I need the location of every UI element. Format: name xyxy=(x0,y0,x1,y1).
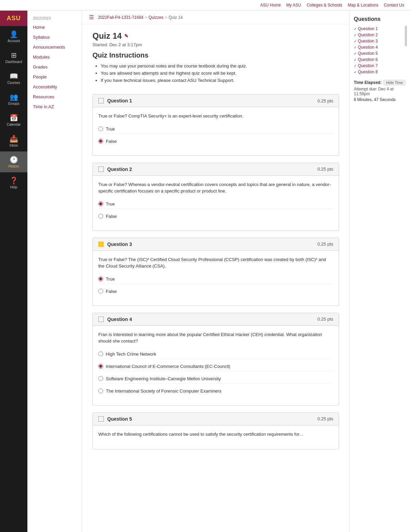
question-4-title: Question 4 xyxy=(107,317,314,322)
hamburger-icon[interactable]: ☰ xyxy=(89,14,94,21)
asu-logo-container: ASU xyxy=(0,11,27,26)
sidebar-item-help[interactable]: ❓ Help xyxy=(0,172,27,193)
sidebar-question-link-1[interactable]: ✓ Question 1 xyxy=(354,26,403,32)
hide-time-button[interactable]: Hide Time xyxy=(384,80,406,85)
question-1-label-true: True xyxy=(106,126,115,132)
question-3-radio-false[interactable] xyxy=(98,289,103,294)
question-4-header: Question 4 0.25 pts xyxy=(93,313,339,326)
sidebar-question-label-2: Question 2 xyxy=(358,33,378,37)
nav-map[interactable]: Map & Locations xyxy=(348,3,378,8)
question-1-radio-true[interactable] xyxy=(98,126,103,131)
question-2-text: True or False? Whereas a vendor-neutral … xyxy=(98,181,333,195)
question-1-label-false: False xyxy=(106,139,117,144)
course-nav-people[interactable]: People xyxy=(27,72,82,82)
calendar-icon: 📅 xyxy=(10,114,18,122)
question-2-option-true[interactable]: True xyxy=(98,199,333,209)
sidebar-item-account[interactable]: 👤 Account xyxy=(0,26,27,47)
question-3-block: ⚑ Question 3 0.25 pts True or False? The… xyxy=(92,238,339,306)
account-icon: 👤 xyxy=(10,30,18,38)
sidebar-question-label-8: Question 8 xyxy=(358,70,378,74)
sidebar-question-link-8[interactable]: ✓ Question 8 xyxy=(354,69,403,75)
quiz-edit-icon[interactable]: ✎ xyxy=(124,33,128,39)
sidebar-item-dashboard[interactable]: ⊞ Dashboard xyxy=(0,47,27,68)
questions-sidebar-title: Questions xyxy=(354,16,407,22)
course-nav-modules[interactable]: Modules xyxy=(27,52,82,62)
nav-contact[interactable]: Contact Us xyxy=(384,3,404,8)
question-4-radio-4[interactable] xyxy=(98,388,103,393)
question-1-radio-false[interactable] xyxy=(98,139,103,144)
sidebar-question-link-2[interactable]: ✓ Question 2 xyxy=(354,32,403,38)
quiz-title-text: Quiz 14 xyxy=(92,31,122,41)
sidebar-item-dashboard-label: Dashboard xyxy=(5,60,22,64)
question-1-title: Question 1 xyxy=(107,98,314,103)
check-icon-8: ✓ xyxy=(354,70,357,74)
sidebar-question-link-5[interactable]: ✓ Question 5 xyxy=(354,50,403,57)
course-nav-grades[interactable]: Grades xyxy=(27,62,82,72)
question-3-radio-true[interactable] xyxy=(98,276,103,281)
sidebar-question-label-5: Question 5 xyxy=(358,51,378,56)
question-4-option-1[interactable]: High Tech Crime Network xyxy=(98,349,333,359)
attempt-info: Attempt due: Dec 4 at 11:59pm xyxy=(354,87,407,96)
top-navigation: ASU Home My ASU Colleges & Schools Map &… xyxy=(0,0,411,11)
question-3-pts: 0.25 pts xyxy=(317,242,333,247)
question-2-radio-true[interactable] xyxy=(98,201,103,206)
question-4-flag[interactable] xyxy=(98,317,104,322)
sidebar-item-inbox-label: Inbox xyxy=(10,144,18,147)
question-1-flag[interactable] xyxy=(98,98,104,103)
question-2-radio-false[interactable] xyxy=(98,214,103,219)
asu-logo: ASU xyxy=(7,15,21,22)
question-2-flag[interactable] xyxy=(98,166,104,172)
breadcrumb-course[interactable]: 2022Fall-P4-1331-71684 xyxy=(98,15,144,20)
sidebar-item-calendar[interactable]: 📅 Calendar xyxy=(0,110,27,131)
question-5-body: Which of the following certifications ca… xyxy=(93,425,339,449)
sidebar-item-inbox[interactable]: 📥 Inbox xyxy=(0,131,27,151)
question-1-option-false[interactable]: False xyxy=(98,137,333,146)
nav-asu-home[interactable]: ASU Home xyxy=(260,3,281,8)
question-5-flag[interactable] xyxy=(98,416,104,422)
course-nav-accessibility[interactable]: Accessibility xyxy=(27,82,82,92)
breadcrumb: ☰ 2022Fall-P4-1331-71684 > Quizzes > Qui… xyxy=(82,11,349,24)
question-4-body: Fran is interested in learning more abou… xyxy=(93,326,339,405)
sidebar-item-courses[interactable]: 📖 Courses xyxy=(0,68,27,89)
quiz-instruction-3: If you have technical issues, please con… xyxy=(101,77,339,84)
course-nav-syllabus[interactable]: Syllabus xyxy=(27,32,82,42)
question-4-radio-2[interactable] xyxy=(98,364,103,369)
sidebar-item-groups-label: Groups xyxy=(8,102,20,106)
question-3-title: Question 3 xyxy=(107,242,314,247)
sidebar-question-link-7[interactable]: ✓ Question 7 xyxy=(354,63,403,69)
course-nav-announcements[interactable]: Announcements xyxy=(27,42,82,52)
question-5-title: Question 5 xyxy=(107,416,314,422)
sidebar-question-link-3[interactable]: ✓ Question 3 xyxy=(354,38,403,44)
course-nav-resources[interactable]: Resources xyxy=(27,92,82,102)
question-4-radio-3[interactable] xyxy=(98,376,103,381)
question-4-option-4[interactable]: The International Society of Forensic Co… xyxy=(98,386,333,396)
sidebar-question-link-6[interactable]: ✓ Question 6 xyxy=(354,57,403,63)
nav-my-asu[interactable]: My ASU xyxy=(286,3,301,8)
quiz-started: Started: Dec 2 at 3:17pm xyxy=(92,42,339,47)
nav-colleges[interactable]: Colleges & Schools xyxy=(307,3,342,8)
collapse-button[interactable]: ← xyxy=(0,524,27,532)
question-3-label-false: False xyxy=(106,289,117,294)
sidebar-item-history[interactable]: 🕐 History xyxy=(0,151,27,172)
scrollbar-thumb[interactable] xyxy=(405,26,407,46)
sidebar-item-groups[interactable]: 👥 Groups xyxy=(0,89,27,110)
sidebar-question-label-4: Question 4 xyxy=(358,45,378,50)
question-4-option-2[interactable]: International Council of E-Commerce Cons… xyxy=(98,362,333,371)
question-2-option-false[interactable]: False xyxy=(98,212,333,221)
course-nav-time-in-az[interactable]: Time in AZ xyxy=(27,102,82,112)
question-4-option-3[interactable]: Software Engineering Institute–Carnegie … xyxy=(98,374,333,384)
quiz-instruction-1: You may use your personal notes and the … xyxy=(101,63,339,70)
sidebar-item-courses-label: Courses xyxy=(7,81,20,85)
question-1-option-true[interactable]: True xyxy=(98,124,333,134)
sidebar-question-link-4[interactable]: ✓ Question 4 xyxy=(354,44,403,50)
breadcrumb-quizzes[interactable]: Quizzes xyxy=(149,15,163,20)
course-nav-home[interactable]: Home xyxy=(27,22,82,32)
question-3-flag[interactable]: ⚑ xyxy=(98,242,104,247)
question-3-option-false[interactable]: False xyxy=(98,287,333,296)
question-3-option-true[interactable]: True xyxy=(98,274,333,284)
question-4-radio-1[interactable] xyxy=(98,351,103,356)
question-1-header: Question 1 0.25 pts xyxy=(93,95,339,107)
time-elapsed-section: Time Elapsed: Hide Time Attempt due: Dec… xyxy=(354,80,407,102)
quiz-header: Quiz 14 ✎ Started: Dec 2 at 3:17pm Quiz … xyxy=(82,24,349,87)
question-4-label-4: The International Society of Forensic Co… xyxy=(106,388,221,394)
